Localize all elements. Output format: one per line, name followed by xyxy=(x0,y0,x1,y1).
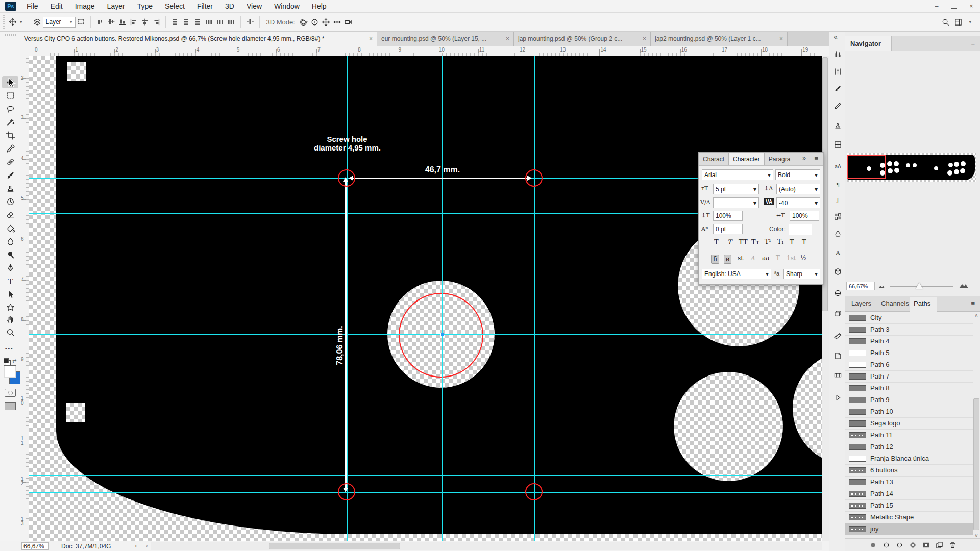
align-top-button[interactable] xyxy=(94,16,106,28)
path-row-sega-logo[interactable]: Sega logo xyxy=(845,417,973,430)
tab-channels[interactable]: Channels xyxy=(881,299,909,307)
canvas-horizontal-scrollbar-thumb[interactable] xyxy=(269,543,400,549)
align-bottom-button[interactable] xyxy=(117,16,128,28)
vertical-ruler[interactable]: 2345678910111213 xyxy=(20,56,29,541)
document-tab-2[interactable]: jap mounting.psd @ 50% (Group 2 c...× xyxy=(514,32,651,46)
opentype-button-7[interactable]: ½ xyxy=(800,255,806,262)
opentype-button-3[interactable]: A xyxy=(750,255,755,262)
close-tab-icon[interactable]: × xyxy=(643,35,646,42)
canvas-horizontal-scrollbar[interactable] xyxy=(151,542,822,550)
paths-scrollbar-thumb[interactable] xyxy=(973,398,979,530)
gradient-tool[interactable] xyxy=(2,222,18,234)
faux-style-button-6[interactable]: T xyxy=(790,238,794,246)
distribute-horizontal-2-button[interactable] xyxy=(226,16,237,28)
path-row-path-9[interactable]: Path 9 xyxy=(845,394,973,406)
horizontal-ruler[interactable]: 012345678910111213141516171819 xyxy=(20,46,829,56)
path-row-joy[interactable]: joy xyxy=(845,523,973,535)
navigator-thumbnail[interactable] xyxy=(847,153,976,182)
menu-select[interactable]: Select xyxy=(159,0,191,12)
opentype-button-2[interactable]: st xyxy=(738,255,743,262)
3d-orbit-icon[interactable] xyxy=(298,16,309,28)
materials-panel-icon[interactable] xyxy=(832,288,843,298)
menu-edit[interactable]: Edit xyxy=(44,0,69,12)
faux-style-button-4[interactable]: T¹ xyxy=(765,238,771,245)
path-row-path-8[interactable]: Path 8 xyxy=(845,382,973,394)
clone-stamp-tool[interactable] xyxy=(2,182,18,194)
3d-camera-icon[interactable] xyxy=(343,16,354,28)
tab-layers[interactable]: Layers xyxy=(851,299,871,307)
path-row-path-6[interactable]: Path 6 xyxy=(845,359,973,371)
dodge-tool[interactable] xyxy=(2,248,18,261)
zoom-tool[interactable] xyxy=(2,326,18,338)
opentype-button-4[interactable]: aa xyxy=(762,255,769,262)
workspace-switcher-icon[interactable] xyxy=(954,18,962,26)
quick-selection-tool[interactable] xyxy=(2,116,18,128)
brush-tool[interactable] xyxy=(2,169,18,181)
leading-combo[interactable]: (Auto)▾ xyxy=(776,184,820,194)
opentype-button-5[interactable]: T xyxy=(776,255,780,262)
auto-select-icon[interactable] xyxy=(32,16,43,28)
paths-panel-menu-icon[interactable]: ≡ xyxy=(971,299,975,307)
tab-charact[interactable]: Charact xyxy=(699,153,728,165)
auto-select-combo[interactable]: Layer▾ xyxy=(43,17,76,28)
faux-style-button-2[interactable]: TT xyxy=(739,238,748,246)
rectangular-marquee-tool[interactable] xyxy=(2,89,18,102)
path-row-path-3[interactable]: Path 3 xyxy=(845,323,973,336)
blur-tool[interactable] xyxy=(2,235,18,247)
path-selection-tool[interactable] xyxy=(2,288,18,300)
distribute-spacing-button[interactable] xyxy=(244,16,256,28)
spot-healing-brush-tool[interactable] xyxy=(2,156,18,168)
baseline-shift-field[interactable]: 0 pt xyxy=(713,224,743,234)
faux-style-button-7[interactable]: T xyxy=(802,238,806,246)
collapse-dock-icon[interactable]: « xyxy=(834,33,838,41)
document-tab-3[interactable]: jap2 mounting.psd @ 50% (Layer 1 c...× xyxy=(651,32,788,46)
guide-horizontal[interactable] xyxy=(29,475,829,476)
move-tool-preset-icon[interactable] xyxy=(7,16,18,28)
guide-vertical[interactable] xyxy=(534,56,535,541)
pen-tool[interactable] xyxy=(2,262,18,274)
font-family-combo[interactable]: Arial▾ xyxy=(702,169,773,180)
timeline-panel-icon[interactable] xyxy=(832,370,843,380)
3d-pan-icon[interactable] xyxy=(321,16,332,28)
fill-path-button[interactable] xyxy=(869,541,877,549)
distribute-vertical-0-button[interactable] xyxy=(169,16,181,28)
canvas-viewport[interactable]: 46,7 mm. 78,06 mm. Screw hole diameter 4… xyxy=(29,56,829,541)
faux-style-button-1[interactable]: T xyxy=(727,238,732,246)
distribute-vertical-2-button[interactable] xyxy=(192,16,203,28)
close-button[interactable]: × xyxy=(963,1,980,12)
tab-paragra[interactable]: Paragra xyxy=(765,153,795,165)
scroll-down-icon[interactable]: ∨ xyxy=(973,532,980,538)
navigator-zoom-slider-thumb[interactable] xyxy=(916,283,923,289)
edit-toolbar-ellipsis-icon[interactable]: ••• xyxy=(5,346,14,352)
opentype-button-0[interactable]: fi xyxy=(711,255,719,264)
faux-style-button-0[interactable]: T xyxy=(714,238,719,246)
navigator-menu-icon[interactable]: ≡ xyxy=(971,39,975,47)
antialias-combo[interactable]: Sharp▾ xyxy=(783,269,820,279)
path-row-path-4[interactable]: Path 4 xyxy=(845,335,973,347)
menu-help[interactable]: Help xyxy=(306,0,333,12)
tab-paths[interactable]: Paths xyxy=(914,299,930,307)
language-combo[interactable]: English: USA▾ xyxy=(702,269,771,279)
guide-horizontal[interactable] xyxy=(29,492,829,493)
custom-shape-tool[interactable] xyxy=(2,301,18,313)
type-tool[interactable]: T xyxy=(2,275,18,287)
toolbar-grip[interactable] xyxy=(5,34,16,36)
character-panel-icon[interactable]: aA xyxy=(832,161,843,171)
path-row-path-11[interactable]: Path 11 xyxy=(845,429,973,441)
menu-image[interactable]: Image xyxy=(69,0,101,12)
tab-character[interactable]: Character xyxy=(728,153,765,165)
3d-slide-icon[interactable] xyxy=(332,16,343,28)
brush-presets-panel-icon[interactable] xyxy=(832,101,843,111)
character-panel-menu-icon[interactable]: ≡ xyxy=(814,155,818,162)
3d-roll-icon[interactable] xyxy=(309,16,321,28)
paths-scrollbar[interactable]: ∧ ∨ xyxy=(973,312,980,538)
path-row-path-12[interactable]: Path 12 xyxy=(845,441,973,453)
tool-preset-chevron-icon[interactable]: ▾ xyxy=(20,19,22,24)
distribute-horizontal-1-button[interactable] xyxy=(214,16,226,28)
path-row-6-buttons[interactable]: 6 buttons xyxy=(845,464,973,477)
histogram-panel-icon[interactable] xyxy=(832,48,843,59)
guide-horizontal[interactable] xyxy=(29,334,829,335)
menu-type[interactable]: Type xyxy=(131,0,159,12)
paragraph-panel-icon[interactable]: ¶ xyxy=(832,179,843,189)
font-size-combo[interactable]: 5 pt▾ xyxy=(713,184,759,194)
